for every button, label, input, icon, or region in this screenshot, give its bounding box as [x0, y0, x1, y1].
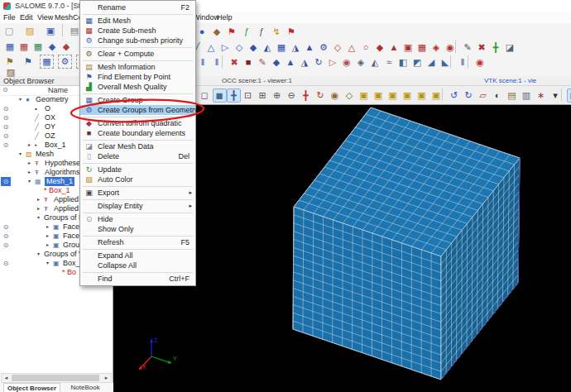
mesh-remove-button[interactable]: ◆ — [60, 40, 73, 53]
quadratic-quadrangle-button[interactable]: ○ — [359, 41, 372, 54]
back-view-button[interactable]: ▣ — [372, 88, 385, 102]
notebook-fn-button[interactable]: ƒ — [255, 25, 268, 38]
tree-expander-icon[interactable]: ▸ — [35, 204, 42, 213]
stereo-view-button[interactable]: ◼ — [567, 88, 571, 103]
tree-expander-icon[interactable]: ▾ — [35, 213, 42, 222]
mesh-precompute-button[interactable]: ▦ — [31, 40, 45, 53]
convert-mesh-button[interactable]: ◧ — [396, 55, 410, 69]
duplicate-nodes-button[interactable]: ◆ — [270, 55, 283, 69]
tree-expander-icon[interactable]: ▸ — [44, 232, 51, 241]
standalone-group-button[interactable]: ▦ — [40, 55, 54, 69]
module-flag-button[interactable]: ⚑ — [285, 25, 298, 38]
quadratic-pyramid-button[interactable]: ▣ — [401, 41, 415, 54]
tree-expander-icon[interactable]: ▸ — [44, 241, 51, 250]
tree-expander-icon[interactable]: ▸ — [26, 168, 33, 177]
hexahedron-element-button[interactable]: ▦ — [275, 41, 288, 54]
view-cube-shaded-button[interactable]: ◼ — [213, 88, 227, 103]
open-document-button[interactable]: ▨ — [23, 24, 36, 37]
rotate-view-button[interactable]: ↻ — [314, 88, 327, 102]
tree-expander-icon[interactable]: ▾ — [44, 259, 51, 268]
cutting-of-quadrangles-button[interactable]: ◩ — [410, 55, 424, 69]
mesh-folder-button[interactable]: ▨ — [4, 65, 17, 79]
sew-meshes-button[interactable]: ✎ — [256, 55, 269, 69]
diagonal-inversion-button[interactable]: ◢ — [425, 55, 438, 69]
left-view-button[interactable]: ▣ — [415, 88, 429, 102]
context-menu-item-rename[interactable]: RenameF2 — [80, 2, 195, 12]
context-menu-item-display-entity[interactable]: Display Entity▸ — [80, 201, 195, 211]
tree-expander-icon[interactable]: ▾ — [17, 95, 24, 104]
context-menu-item-clear-mesh-data[interactable]: ◪Clear Mesh Data — [80, 141, 195, 151]
pyramid-element-button[interactable]: ▲ — [303, 41, 316, 54]
tree-expander-icon[interactable]: ▸ — [26, 141, 33, 150]
context-menu-item-create-boundary-elements[interactable]: ■Create boundary elements — [80, 128, 195, 138]
scale-transform-button[interactable]: ◈ — [354, 55, 367, 69]
view-cube-wire-button[interactable]: ◻ — [198, 88, 211, 102]
context-menu-item-delete[interactable]: ▯DeleteDel — [80, 151, 195, 161]
tree-expander-icon[interactable]: ▾ — [17, 150, 24, 159]
registry-button[interactable]: ƒ — [240, 25, 253, 38]
new-document-button[interactable]: ▢ — [2, 24, 16, 37]
zoom-area-button[interactable]: ⊞ — [256, 88, 269, 102]
context-menu-item-auto-color[interactable]: ▨Auto Color — [80, 174, 195, 184]
quadrangle-element-button[interactable]: ◇ — [233, 41, 246, 54]
vtk-viewer-title[interactable]: VTK scene:1 - vie — [484, 77, 571, 84]
tree-expander-icon[interactable]: ▸ — [35, 195, 42, 204]
context-menu-item-find-element-by-point[interactable]: ⚑Find Element by Point — [80, 72, 195, 82]
context-menu-item-convert-to-from-quadratic[interactable]: ◆Convert to/from quadratic — [80, 118, 195, 128]
bottom-view-button[interactable]: ▣ — [401, 88, 414, 102]
mesh-edit-button[interactable]: ◆ — [46, 40, 59, 53]
merge-elements-button[interactable]: ■ — [242, 55, 255, 69]
show-trihedron-button[interactable]: ╋ — [227, 88, 241, 103]
visibility-eye-icon[interactable]: ⊙ — [1, 222, 11, 232]
revolution-button[interactable]: ↻ — [312, 55, 325, 69]
context-menu-item-hide[interactable]: ⊙Hide — [80, 214, 195, 224]
zoom-in-button[interactable]: ⊕ — [271, 88, 284, 102]
extrusion-along-path-button[interactable]: ◮ — [298, 55, 311, 69]
quadratic-edge-button[interactable]: ◇ — [331, 41, 344, 54]
back-view-history-button[interactable]: ↺ — [448, 88, 461, 102]
visibility-eye-icon[interactable]: ⊙ — [1, 177, 11, 186]
visibility-eye-icon[interactable]: ⊙ — [1, 141, 11, 150]
find-ball-button[interactable]: ◉ — [473, 55, 487, 69]
context-menu-item-find[interactable]: FindCtrl+F — [80, 274, 195, 284]
extrusion-button[interactable]: ▲ — [284, 55, 297, 69]
context-menu-item-change-sub-mesh-priority[interactable]: ⚙Change sub-mesh priority — [80, 36, 195, 45]
edge-element-button[interactable]: △ — [204, 41, 218, 54]
load-script-button[interactable]: ↯ — [270, 25, 283, 38]
tree-expander-icon[interactable]: ▾ — [35, 250, 42, 259]
visibility-eye-icon[interactable]: ⊙ — [1, 104, 11, 113]
add-node-button[interactable]: ╋ — [489, 41, 502, 54]
tree-expander-icon[interactable]: ▾ — [26, 177, 33, 186]
biquadratic-quadrangle-button[interactable]: ◆ — [373, 41, 386, 54]
create-mesh-group-button[interactable]: ⚑ — [22, 55, 35, 68]
polyhedron-element-button[interactable]: ⚙ — [317, 41, 330, 54]
zoom-out-button[interactable]: ⊖ — [285, 88, 298, 102]
triangle-element-button[interactable]: ▷ — [218, 41, 232, 54]
visibility-eye-icon[interactable]: ⊙ — [1, 122, 11, 131]
perspective-view-button[interactable]: ◇ — [343, 88, 356, 102]
clone-view-button[interactable]: ▱ — [477, 88, 490, 102]
scaling-button[interactable]: ▥ — [520, 88, 533, 102]
translation-button[interactable]: ▷ — [326, 55, 339, 69]
dump-view-button[interactable]: ▤ — [506, 88, 519, 102]
forward-view-history-button[interactable]: ↻ — [462, 88, 475, 102]
tetrahedron-element-button[interactable]: ◭ — [261, 41, 274, 54]
merge-nodes-button[interactable]: ✖ — [228, 55, 241, 69]
polygon-element-button[interactable]: ◆ — [247, 41, 260, 54]
rotation-button[interactable]: ◉ — [340, 55, 353, 69]
tree-expander-icon[interactable]: ▸ — [26, 159, 33, 168]
whats-new-button[interactable]: ● — [195, 25, 209, 38]
smooth-button[interactable]: ≈ — [382, 55, 396, 69]
pan-view-button[interactable]: ╋ — [300, 88, 313, 102]
pentahedron-element-button[interactable]: ◮ — [289, 41, 302, 54]
remove-elements-button[interactable]: ✖ — [475, 41, 488, 54]
context-menu-item-create-groups-from-geometry[interactable]: ⚙Create Groups from Geometry — [80, 105, 195, 115]
graduated-axes-button[interactable]: ∗ — [535, 88, 548, 102]
visibility-eye-icon[interactable]: ⊙ — [1, 259, 11, 268]
context-menu-item-overall-mesh-quality[interactable]: ▟Overall Mesh Quality — [80, 82, 195, 92]
visibility-eye-icon[interactable]: ⊙ — [1, 113, 11, 122]
change-rotation-point-button[interactable]: ◉ — [329, 88, 342, 102]
front-view-button[interactable]: ▣ — [357, 88, 371, 102]
context-menu-item-refresh[interactable]: RefreshF5 — [80, 237, 195, 247]
mesh-evaluate-button[interactable]: ▦ — [17, 40, 31, 53]
